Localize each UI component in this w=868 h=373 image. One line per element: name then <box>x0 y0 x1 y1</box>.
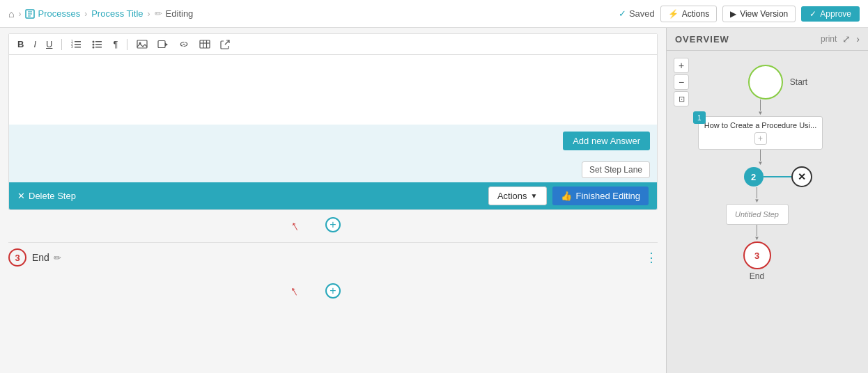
nav-process-title-link[interactable]: Process Title <box>91 8 143 19</box>
editor-action-bar: ✕ Delete Step Actions ▼ 👍 Finished Editi… <box>9 182 657 209</box>
svg-rect-5 <box>75 44 81 45</box>
actions-dropdown-button[interactable]: Actions ▼ <box>488 186 547 205</box>
nav-sep-3: › <box>148 9 150 19</box>
svg-rect-21 <box>200 40 210 48</box>
svg-text:3: 3 <box>71 45 73 49</box>
svg-marker-19 <box>165 43 168 47</box>
play-icon: ▶ <box>730 9 736 19</box>
flow-line-h <box>764 176 791 177</box>
flow-node-1[interactable]: 1 How to Create a Procedure Usi... + <box>698 116 823 150</box>
view-version-button[interactable]: ▶ View Version <box>722 6 796 22</box>
processes-label: Processes <box>38 8 80 19</box>
table-button[interactable] <box>196 38 213 50</box>
link-button[interactable] <box>176 38 192 50</box>
toolbar-sep-1 <box>61 39 62 50</box>
actions-button[interactable]: ⚡ Actions <box>660 6 717 22</box>
arrow-red-1: ↑ <box>288 217 300 232</box>
editor-toolbar: B I U 123 ¶ <box>9 34 657 55</box>
flow-start-label: Start <box>790 77 807 87</box>
flow-node2-badge: 2 <box>744 167 764 186</box>
flow-end-node: 3 <box>743 241 771 269</box>
add-step-button-2[interactable]: + <box>325 283 341 299</box>
add-step-button-1[interactable]: + <box>325 217 341 232</box>
flow-node1-badge: 1 <box>693 111 706 124</box>
step3-menu-button[interactable]: ⋮ <box>645 250 658 265</box>
svg-rect-16 <box>137 40 147 48</box>
flow-start-row: Start <box>748 65 807 100</box>
step3-edit-icon[interactable]: ✏ <box>54 253 61 263</box>
svg-rect-11 <box>95 44 102 45</box>
caret-down-icon: ▼ <box>531 192 538 200</box>
svg-rect-6 <box>75 47 81 48</box>
nav-processes-link[interactable]: Processes <box>25 8 80 19</box>
overview-title: OVERVIEW <box>675 34 729 45</box>
editor-body[interactable] <box>9 55 657 125</box>
main-layout: B I U 123 ¶ <box>0 28 868 373</box>
editor-footer-row: Set Step Lane <box>9 157 657 182</box>
saved-status: ✓ Saved <box>619 8 655 19</box>
toolbar-sep-2 <box>127 39 127 50</box>
overview-panel: OVERVIEW print ⤢ › + − ⊡ Start <box>666 28 868 373</box>
svg-line-25 <box>225 40 229 45</box>
top-nav: ⌂ › Processes › Process Title › ✏ Editin… <box>0 0 868 28</box>
flow-start-node <box>748 65 783 100</box>
checkmark-icon: ✓ <box>809 9 816 19</box>
zoom-out-button[interactable]: − <box>674 74 689 90</box>
nav-actions-right: ✓ Saved ⚡ Actions ▶ View Version ✓ Appro… <box>619 6 860 22</box>
flow-arrow-1 <box>758 100 764 116</box>
edit-pencil-icon: ✏ <box>155 8 162 19</box>
next-icon-button[interactable]: › <box>856 33 860 45</box>
add-step-section-2: + ↑ <box>8 275 658 307</box>
add-answer-button[interactable]: Add new Answer <box>563 132 650 150</box>
print-button[interactable]: print <box>821 34 837 44</box>
set-step-lane-button[interactable]: Set Step Lane <box>582 161 650 178</box>
overview-controls: print ⤢ › <box>821 33 860 45</box>
action-bar-right: Actions ▼ 👍 Finished Editing <box>488 186 649 205</box>
svg-rect-10 <box>95 41 102 42</box>
process-title-label: Process Title <box>91 8 143 19</box>
flow-untitled-step[interactable]: Untitled Step <box>726 204 789 225</box>
delete-icon: ✕ <box>17 191 25 201</box>
zoom-in-button[interactable]: + <box>674 58 689 73</box>
italic-button[interactable]: I <box>31 38 39 51</box>
home-icon[interactable]: ⌂ <box>8 8 14 19</box>
svg-point-15 <box>93 46 95 48</box>
editor-panel: B I U 123 ¶ <box>0 28 666 373</box>
paragraph-button[interactable]: ¶ <box>110 38 121 51</box>
ordered-list-button[interactable]: 123 <box>68 38 85 51</box>
flow-end-label: End <box>750 271 764 281</box>
flow-arrow-3 <box>754 187 760 204</box>
check-icon: ✓ <box>619 8 626 19</box>
flow-diagram: Start 1 How to Create a Procedure Usi...… <box>674 58 861 281</box>
step3-row: 3 End ✏ ⋮ <box>8 242 658 272</box>
image-button[interactable] <box>134 38 150 50</box>
delete-step-button[interactable]: ✕ Delete Step <box>17 191 76 201</box>
processes-icon <box>25 9 35 19</box>
zoom-fit-button[interactable]: ⊡ <box>674 91 689 106</box>
video-button[interactable] <box>155 38 171 50</box>
svg-rect-4 <box>75 41 81 42</box>
flow-arrow-2 <box>758 150 764 166</box>
finished-editing-button[interactable]: 👍 Finished Editing <box>552 186 649 205</box>
underline-button[interactable]: U <box>43 38 55 51</box>
zoom-controls: + − ⊡ <box>674 58 689 106</box>
step3-badge: 3 <box>8 248 26 267</box>
overview-header: OVERVIEW print ⤢ › <box>667 28 868 51</box>
svg-rect-12 <box>95 47 102 48</box>
flow-node1-expand[interactable]: + <box>754 132 767 145</box>
flow-node2-row: 2 ✕ <box>744 166 812 187</box>
add-step-row-1: + ↑ <box>8 213 658 237</box>
svg-point-13 <box>93 40 95 42</box>
expand-icon-button[interactable]: ⤢ <box>842 33 851 45</box>
flow-x-node[interactable]: ✕ <box>791 166 812 187</box>
external-link-button[interactable] <box>217 38 233 51</box>
unordered-list-button[interactable] <box>89 38 106 51</box>
arrow-red-2: ↑ <box>287 283 301 300</box>
nav-sep-1: › <box>18 9 21 19</box>
flow-arrow-4 <box>754 225 760 241</box>
bold-button[interactable]: B <box>15 38 26 51</box>
flow-node1-text: How to Create a Procedure Usi... <box>704 121 816 129</box>
approve-button[interactable]: ✓ Approve <box>801 6 860 22</box>
nav-editing-label: ✏ Editing <box>155 8 194 19</box>
step3-section: 3 End ✏ ⋮ <box>8 239 658 275</box>
